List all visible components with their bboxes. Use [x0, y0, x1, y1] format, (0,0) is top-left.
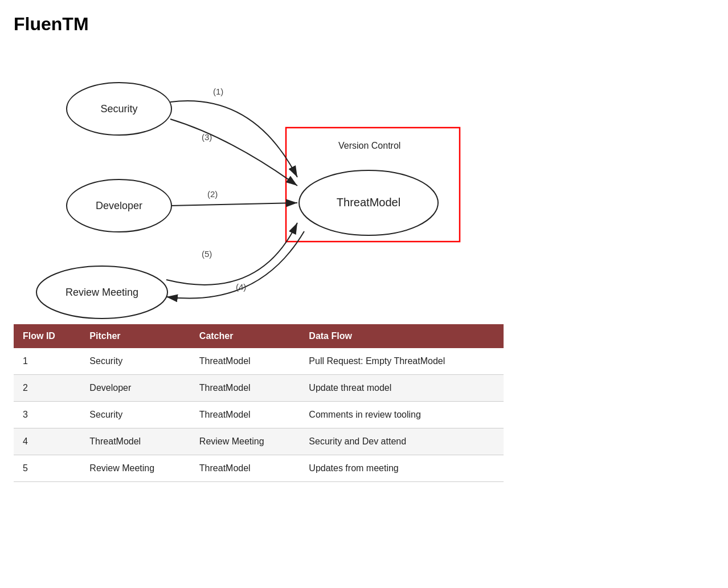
node-threatmodel-label: ThreatModel	[337, 196, 400, 209]
col-header-data-flow: Data Flow	[300, 324, 504, 348]
flow-label-5: (5)	[202, 249, 212, 259]
flow-arrow-5	[166, 223, 297, 285]
table-header: Flow ID Pitcher Catcher Data Flow	[14, 324, 504, 348]
flow-arrow-3	[170, 119, 297, 186]
flow-label-1: (1)	[213, 87, 223, 96]
app-title: FluenTM	[14, 14, 714, 35]
col-header-pitcher: Pitcher	[80, 324, 190, 348]
col-header-catcher: Catcher	[190, 324, 300, 348]
table-body: 1SecurityThreatModelPull Request: Empty …	[14, 348, 504, 482]
cell-data_flow: Comments in review tooling	[300, 402, 504, 428]
table-row: 1SecurityThreatModelPull Request: Empty …	[14, 348, 504, 375]
table-header-row: Flow ID Pitcher Catcher Data Flow	[14, 324, 504, 348]
cell-flow_id: 3	[14, 402, 80, 428]
version-control-label: Version Control	[338, 141, 400, 150]
flow-label-4: (4)	[236, 282, 246, 292]
cell-data_flow: Updates from meeting	[300, 455, 504, 482]
cell-catcher: ThreatModel	[190, 455, 300, 482]
cell-data_flow: Update threat model	[300, 375, 504, 402]
diagram-container: Version Control (1) (3) (2) (5) (4) Secu…	[14, 35, 504, 320]
cell-catcher: ThreatModel	[190, 402, 300, 428]
cell-catcher: ThreatModel	[190, 375, 300, 402]
cell-flow_id: 5	[14, 455, 80, 482]
diagram-svg: Version Control (1) (3) (2) (5) (4) Secu…	[14, 35, 504, 320]
cell-data_flow: Security and Dev attend	[300, 428, 504, 455]
cell-pitcher: Security	[80, 402, 190, 428]
node-developer-label: Developer	[96, 200, 142, 211]
flow-arrow-1	[170, 101, 297, 177]
cell-flow_id: 2	[14, 375, 80, 402]
col-header-flow-id: Flow ID	[14, 324, 80, 348]
node-review-meeting-label: Review Meeting	[66, 287, 138, 298]
flow-label-2: (2)	[207, 189, 218, 199]
table-row: 4ThreatModelReview MeetingSecurity and D…	[14, 428, 504, 455]
cell-data_flow: Pull Request: Empty ThreatModel	[300, 348, 504, 375]
flow-arrow-4	[166, 231, 304, 299]
cell-flow_id: 1	[14, 348, 80, 375]
cell-flow_id: 4	[14, 428, 80, 455]
flow-label-3: (3)	[202, 132, 212, 142]
cell-pitcher: Security	[80, 348, 190, 375]
table-row: 2DeveloperThreatModelUpdate threat model	[14, 375, 504, 402]
node-security-label: Security	[100, 103, 137, 115]
table-row: 5Review MeetingThreatModelUpdates from m…	[14, 455, 504, 482]
cell-pitcher: ThreatModel	[80, 428, 190, 455]
cell-pitcher: Developer	[80, 375, 190, 402]
flow-arrow-2	[170, 203, 297, 206]
cell-catcher: Review Meeting	[190, 428, 300, 455]
cell-catcher: ThreatModel	[190, 348, 300, 375]
data-table: Flow ID Pitcher Catcher Data Flow 1Secur…	[14, 324, 504, 482]
table-row: 3SecurityThreatModelComments in review t…	[14, 402, 504, 428]
cell-pitcher: Review Meeting	[80, 455, 190, 482]
